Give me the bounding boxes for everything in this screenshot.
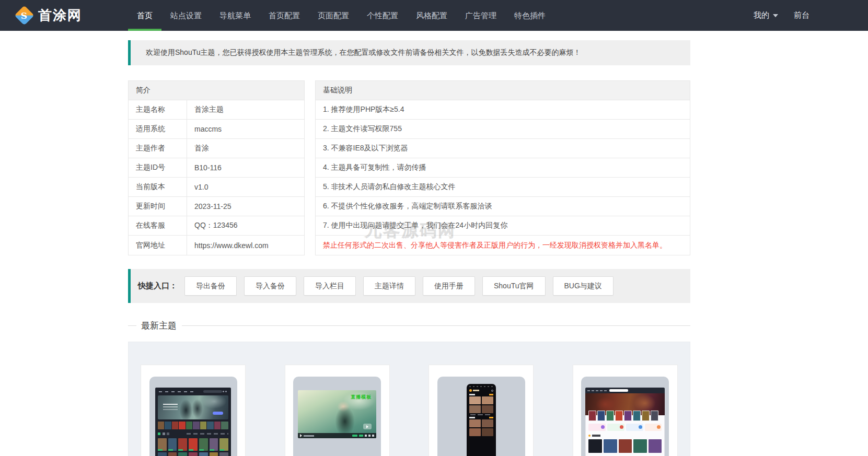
mock-poster-grid: [158, 438, 228, 456]
theme-preview-frame: [149, 377, 237, 456]
row-value: 首涂: [187, 139, 304, 158]
mock-app-header: [469, 389, 493, 392]
nav-item-ad-manage[interactable]: 广告管理: [456, 0, 505, 31]
quick-entry-label: 快捷入口：: [138, 281, 177, 291]
row-value: https://www.dkewl.com: [187, 236, 304, 255]
my-dropdown[interactable]: 我的: [754, 10, 778, 20]
main-content: 欢迎使用ShouTu主题，您已获得授权使用本主题管理系统，在您配置或修改文件前请…: [128, 31, 690, 456]
mock-player-controls: [298, 433, 376, 438]
row-label: 更新时间: [129, 197, 187, 216]
theme-screenshot-mobile-app: [467, 384, 496, 456]
mock-search-pill: [609, 389, 628, 392]
nav-item-personal-config[interactable]: 个性配置: [358, 0, 407, 31]
table-row: 4. 主题具备可复制性，请勿传播: [316, 158, 690, 178]
note-text: 5. 非技术人员请勿私自修改主题核心文件: [316, 178, 690, 196]
table-row: 主题ID号 B10-116: [129, 158, 304, 178]
intro-table: 简介 主题名称 首涂主题 适用系统 maccms 主题作者 首涂 主题ID号 B…: [128, 80, 305, 255]
theme-screenshot-light-desktop: [585, 388, 665, 456]
note-text: 3. 不兼容IE8及以下浏览器: [316, 139, 690, 158]
mock-tile-grid: [469, 419, 493, 436]
row-label: 适用系统: [129, 120, 187, 138]
theme-screenshot-video-player: 直播模板: [298, 390, 376, 438]
mock-poster-grid: [585, 437, 665, 453]
row-value: 首涂主题: [187, 100, 304, 119]
note-text: 2. 主题文件读写权限755: [316, 120, 690, 138]
table-row: 官网地址 https://www.dkewl.com: [129, 236, 304, 255]
nav-item-home[interactable]: 首页: [128, 0, 161, 31]
row-value: v1.0: [187, 178, 304, 196]
mock-tile-grid: [469, 396, 493, 413]
mock-status-bar: [469, 386, 493, 387]
table-row: 更新时间 2023-11-25: [129, 197, 304, 216]
table-row: 主题作者 首涂: [129, 139, 304, 158]
theme-preview-frame: [437, 377, 525, 456]
notes-table-title: 基础说明: [316, 81, 690, 100]
latest-themes-panel: 直播模板: [128, 342, 690, 456]
mock-section-row: [469, 394, 493, 395]
note-text: 4. 主题具备可复制性，请勿传播: [316, 158, 690, 177]
play-button-icon: [363, 424, 372, 429]
theme-card-video-player[interactable]: 直播模板: [285, 365, 390, 456]
site-logo[interactable]: S 首涂网: [0, 0, 128, 31]
theme-details-button[interactable]: 主题详情: [363, 276, 415, 296]
frontend-link[interactable]: 前台: [794, 10, 809, 20]
nav-item-page-config[interactable]: 页面配置: [309, 0, 358, 31]
mock-caption-line: [470, 414, 492, 415]
export-backup-button[interactable]: 导出备份: [184, 276, 237, 296]
logo-text: 首涂网: [38, 6, 82, 25]
theme-card-light-desktop[interactable]: [573, 365, 678, 456]
chevron-down-icon: [773, 14, 778, 17]
table-row: 1. 推荐使用PHP版本≥5.4: [316, 100, 690, 120]
row-value: B10-116: [187, 158, 304, 177]
warning-text: 禁止任何形式的二次出售、分享他人等侵害作者及正版用户的行为，一经发现取消授权资格…: [316, 236, 690, 255]
mock-player-label: 直播模板: [351, 394, 372, 401]
note-text: 7. 使用中出现问题请提交工单，我们会在24小时内回复你: [316, 216, 690, 235]
theme-preview-frame: [581, 377, 669, 456]
bug-suggest-button[interactable]: BUG与建议: [553, 276, 614, 296]
row-label: 主题ID号: [129, 158, 187, 177]
mock-hero-banner: [158, 395, 228, 419]
mock-navbar: [585, 388, 665, 393]
row-label: 当前版本: [129, 178, 187, 196]
quick-entry-bar: 快捷入口： 导出备份 导入备份 导入栏目 主题详情 使用手册 ShouTu官网 …: [128, 269, 690, 303]
main-menu: 首页 站点设置 导航菜单 首页配置 页面配置 个性配置 风格配置 广告管理 特色…: [128, 0, 554, 31]
table-row: 7. 使用中出现问题请提交工单，我们会在24小时内回复你: [316, 216, 690, 236]
info-tables: 简介 主题名称 首涂主题 适用系统 maccms 主题作者 首涂 主题ID号 B…: [128, 80, 690, 255]
welcome-alert: 欢迎使用ShouTu主题，您已获得授权使用本主题管理系统，在您配置或修改文件前请…: [128, 40, 690, 65]
import-backup-button[interactable]: 导入备份: [244, 276, 296, 296]
import-columns-button[interactable]: 导入栏目: [304, 276, 356, 296]
row-label: 主题名称: [129, 100, 187, 119]
admin-page: S 首涂网 首页 站点设置 导航菜单 首页配置 页面配置 个性配置 风格配置 广…: [0, 0, 868, 456]
latest-themes-title: 最新主题: [128, 314, 690, 337]
mock-section-header: [585, 431, 665, 437]
theme-preview-frame: 直播模板: [293, 377, 381, 456]
table-row: 3. 不兼容IE8及以下浏览器: [316, 139, 690, 158]
table-row: 6. 不提供个性化修改服务，高端定制请联系客服洽谈: [316, 197, 690, 216]
nav-item-home-config[interactable]: 首页配置: [260, 0, 309, 31]
row-value: 2023-11-25: [187, 197, 304, 216]
row-label: 官网地址: [129, 236, 187, 255]
row-value: QQ：123456: [187, 216, 304, 235]
mock-navbar: [158, 389, 228, 394]
table-row: 适用系统 maccms: [129, 120, 304, 139]
mock-section-row: [469, 417, 493, 418]
note-text: 1. 推荐使用PHP版本≥5.4: [316, 100, 690, 119]
intro-table-title: 简介: [129, 81, 304, 100]
nav-item-nav-menu[interactable]: 导航菜单: [211, 0, 260, 31]
user-manual-button[interactable]: 使用手册: [423, 276, 475, 296]
row-label: 在线客服: [129, 216, 187, 235]
theme-card-dark-desktop[interactable]: [141, 365, 246, 456]
navbar-right: 我的 前台: [754, 0, 868, 31]
mock-section-header: [158, 432, 228, 436]
nav-item-site-settings[interactable]: 站点设置: [161, 0, 211, 31]
notes-table: 基础说明 1. 推荐使用PHP版本≥5.4 2. 主题文件读写权限755 3. …: [315, 80, 690, 255]
mock-promo-cards: [585, 421, 665, 431]
nav-item-style-config[interactable]: 风格配置: [407, 0, 456, 31]
row-label: 主题作者: [129, 139, 187, 158]
theme-screenshot-dark-desktop: [155, 388, 231, 456]
theme-card-mobile-app[interactable]: [429, 365, 534, 456]
welcome-alert-text: 欢迎使用ShouTu主题，您已获得授权使用本主题管理系统，在您配置或修改文件前请…: [146, 48, 581, 57]
nav-item-plugins[interactable]: 特色插件: [505, 0, 554, 31]
official-site-button[interactable]: ShouTu官网: [482, 276, 546, 296]
search-icon: [491, 390, 493, 392]
